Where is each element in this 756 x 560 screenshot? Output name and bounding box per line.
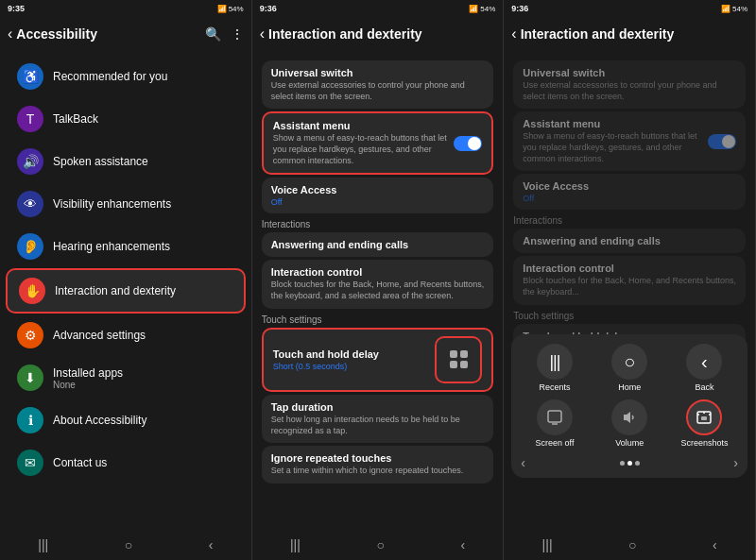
recents-icon: |||: [537, 344, 573, 380]
search-icon-1[interactable]: 🔍: [205, 26, 221, 42]
back-button-2[interactable]: ‹: [260, 25, 265, 42]
sidebar-item-visibility[interactable]: 👁 Visibility enhancements: [6, 183, 246, 225]
popup-prev-arrow[interactable]: ‹: [521, 455, 525, 470]
setting-answering[interactable]: Answering and ending calls: [262, 232, 494, 257]
answering-title: Answering and ending calls: [271, 239, 485, 250]
setting-voice-access[interactable]: Voice Access Off: [262, 178, 494, 213]
volume-icon: [611, 399, 647, 435]
nav-back-1[interactable]: ‹: [209, 537, 214, 552]
popup-item-recents[interactable]: ||| Recents: [530, 344, 579, 392]
sidebar-item-installed[interactable]: ⬇ Installed apps None: [6, 357, 246, 399]
visibility-icon: 👁: [17, 191, 43, 217]
advanced-label: Advanced settings: [53, 329, 234, 342]
screen-off-icon: [537, 399, 573, 435]
ignore-touches-title: Ignore repeated touches: [271, 452, 485, 464]
nav-home-2[interactable]: ○: [376, 537, 384, 552]
popup-dot-3: [635, 461, 640, 466]
status-icons-1: 📶 54%: [217, 5, 244, 13]
status-icons-3: 📶 54%: [721, 5, 747, 13]
voice-access-title: Voice Access: [271, 184, 485, 195]
contact-icon: ✉: [17, 450, 43, 476]
nav-home-3[interactable]: ○: [628, 537, 636, 552]
setting-interaction-control[interactable]: Interaction control Block touches for th…: [262, 260, 494, 308]
bottom-nav-2: ||| ○ ‹: [252, 530, 504, 560]
popup-item-back[interactable]: ‹ Back: [679, 344, 729, 392]
settings-content-2: Universal switch Use external accessorie…: [252, 51, 504, 530]
setting-universal-switch[interactable]: Universal switch Use external accessorie…: [262, 60, 494, 109]
talkback-icon: T: [17, 106, 43, 132]
popup-item-screenshots[interactable]: Screenshots: [679, 399, 729, 448]
assistant-menu-title-3: Assistant menu: [523, 118, 708, 129]
assist-dot-3: [450, 361, 457, 368]
screen-off-label: Screen off: [536, 438, 575, 448]
panel-interaction-popup: 9:36 📶 54% ‹ Interaction and dexterity U…: [504, 0, 756, 560]
sidebar-item-hearing[interactable]: 👂 Hearing enhancements: [6, 226, 246, 267]
installed-icon: ⬇: [17, 365, 43, 391]
setting-assistant-menu-3[interactable]: Assistant menu Show a menu of easy-to-re…: [513, 111, 746, 171]
popup-item-volume[interactable]: Volume: [605, 399, 654, 448]
setting-ignore-touches[interactable]: Ignore repeated touches Set a time withi…: [262, 446, 494, 484]
touch-hold-title: Touch and hold delay: [273, 348, 428, 360]
spoken-icon: 🔊: [17, 148, 43, 175]
recommended-icon: ♿: [17, 63, 43, 90]
assistant-menu-toggle-3[interactable]: [708, 134, 736, 149]
screenshots-label: Screenshots: [680, 438, 728, 448]
panel-accessibility: 9:35 📶 54% ‹ Accessibility 🔍 ⋮ ♿ Recomme…: [0, 0, 252, 560]
nav-back-2[interactable]: ‹: [460, 537, 465, 552]
setting-universal-switch-3[interactable]: Universal switch Use external accessorie…: [513, 60, 746, 109]
popup-dot-2: [627, 461, 632, 466]
interaction-control-title: Interaction control: [271, 266, 485, 278]
popup-item-screen-off[interactable]: Screen off: [530, 399, 579, 448]
setting-tap-duration[interactable]: Tap duration Set how long an interaction…: [262, 395, 494, 443]
page-title-2: Interaction and dexterity: [268, 26, 495, 42]
sidebar-item-advanced[interactable]: ⚙ Advanced settings: [6, 314, 246, 356]
nav-recent-1[interactable]: |||: [38, 537, 48, 552]
sidebar-item-talkback[interactable]: T TalkBack: [6, 98, 246, 140]
panel3-content-area: Universal switch Use external accessorie…: [504, 51, 755, 530]
popup-navigation: ‹ ›: [517, 455, 742, 470]
popup-next-arrow[interactable]: ›: [733, 455, 738, 470]
tap-duration-title: Tap duration: [271, 401, 485, 413]
bottom-nav-1: ||| ○ ‹: [0, 530, 251, 560]
more-icon-1[interactable]: ⋮: [231, 26, 244, 42]
assistant-menu-toggle[interactable]: [454, 136, 482, 151]
section-label-interactions-3: Interactions: [513, 215, 746, 226]
assistant-menu-popup: ||| Recents ○ Home ‹ Back: [511, 334, 747, 478]
back-button-3[interactable]: ‹: [511, 25, 516, 42]
section-label-touch-3: Touch settings: [513, 311, 746, 321]
setting-assistant-menu[interactable]: Assistant menu Show a menu of easy-to-re…: [262, 111, 494, 175]
setting-answering-3[interactable]: Answering and ending calls: [513, 229, 746, 253]
assist-dot-1: [450, 350, 457, 358]
assistant-menu-desc-3: Show a menu of easy-to-reach buttons tha…: [523, 131, 708, 164]
sidebar-item-about[interactable]: ℹ About Accessibility: [6, 399, 246, 441]
interaction-control-desc-3: Block touches for the Back, Home, and Re…: [523, 276, 736, 297]
status-bar-3: 9:36 📶 54%: [504, 0, 755, 17]
setting-interaction-control-3[interactable]: Interaction control Block touches for th…: [513, 256, 746, 304]
sidebar-item-spoken[interactable]: 🔊 Spoken assistance: [6, 141, 246, 182]
voice-access-sub-3: Off: [523, 194, 736, 203]
nav-back-3[interactable]: ‹: [713, 537, 717, 552]
nav-recent-2[interactable]: |||: [290, 537, 301, 552]
back-button-1[interactable]: ‹: [8, 25, 12, 42]
setting-touch-hold[interactable]: Touch and hold delay Short (0.5 seconds): [262, 328, 494, 392]
volume-label: Volume: [615, 438, 644, 448]
about-label: About Accessibility: [53, 414, 234, 427]
universal-switch-title-3: Universal switch: [523, 67, 736, 78]
menu-list-1: ♿ Recommended for you T TalkBack 🔊 Spoke…: [0, 51, 251, 530]
voice-access-sub: Off: [271, 197, 485, 207]
sidebar-item-contact[interactable]: ✉ Contact us: [6, 442, 246, 484]
assistant-menu-desc: Show a menu of easy-to-reach buttons tha…: [273, 133, 455, 166]
popup-row-1: ||| Recents ○ Home ‹ Back: [517, 344, 742, 392]
universal-switch-title: Universal switch: [271, 67, 485, 78]
tap-duration-desc: Set how long an interaction needs to be …: [271, 415, 485, 436]
nav-recent-3[interactable]: |||: [542, 537, 553, 552]
popup-item-home[interactable]: ○ Home: [605, 344, 654, 392]
nav-home-1[interactable]: ○: [125, 537, 132, 552]
assist-icon-box: [435, 336, 482, 383]
sidebar-item-recommended[interactable]: ♿ Recommended for you: [6, 56, 246, 97]
panel-interaction: 9:36 📶 54% ‹ Interaction and dexterity U…: [252, 0, 505, 560]
setting-voice-access-3[interactable]: Voice Access Off: [513, 174, 746, 210]
section-label-interactions: Interactions: [262, 219, 494, 229]
spoken-label: Spoken assistance: [53, 155, 234, 168]
sidebar-item-interaction[interactable]: ✋ Interaction and dexterity: [6, 268, 246, 314]
